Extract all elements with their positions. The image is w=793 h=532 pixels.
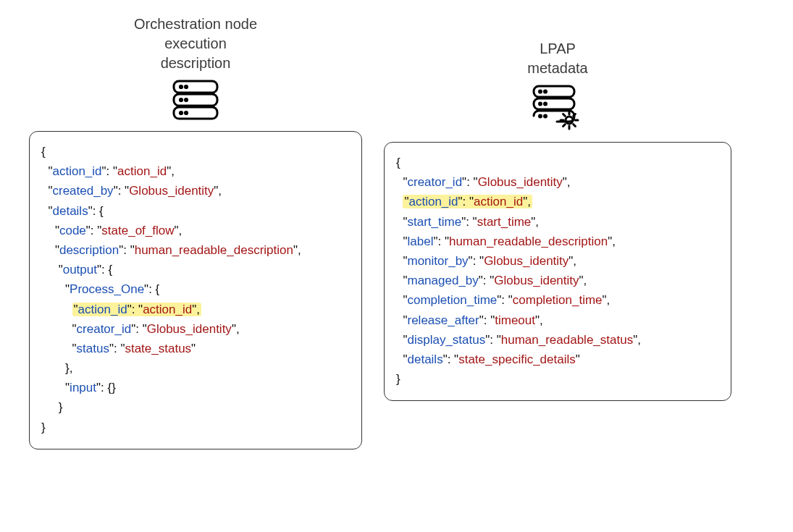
json-key: details	[53, 204, 88, 218]
title-line: execution	[164, 35, 227, 51]
lpap-title: LPAP metadata	[527, 39, 587, 78]
title-line: description	[161, 55, 231, 71]
json-key: Process_One	[70, 282, 144, 296]
json-value: timeout	[495, 313, 535, 327]
json-value: start_time	[477, 215, 532, 229]
json-key: output	[63, 263, 97, 276]
svg-point-8	[185, 111, 187, 114]
orchestration-panel: Orchestration node execution description	[29, 14, 362, 449]
svg-point-4	[185, 85, 187, 88]
json-key: action_id	[53, 164, 102, 178]
lpap-panel: LPAP metadata	[384, 14, 731, 401]
svg-point-12	[545, 90, 547, 93]
json-key: action_id	[409, 195, 458, 208]
json-value: Globus_identity	[494, 274, 579, 287]
json-key: monitor_by	[408, 254, 469, 268]
highlighted-action-id: "action_id": "action_id",	[403, 195, 532, 208]
svg-line-23	[574, 124, 576, 127]
svg-point-13	[540, 103, 542, 105]
json-value: state_status	[125, 342, 191, 355]
json-key: creator_id	[408, 175, 463, 189]
json-key: display_status	[408, 333, 486, 347]
json-value: Globus_identity	[484, 254, 568, 268]
svg-point-16	[545, 115, 547, 117]
json-key: status	[77, 342, 109, 355]
svg-point-11	[540, 90, 542, 93]
svg-point-14	[545, 103, 547, 105]
svg-line-22	[563, 114, 566, 117]
json-value: Globus_identity	[478, 175, 563, 189]
svg-point-6	[185, 98, 187, 101]
json-value: Globus_identity	[147, 322, 232, 336]
json-value: Globus_identity	[129, 184, 214, 198]
json-value: action_id	[143, 303, 192, 316]
svg-point-5	[180, 98, 182, 101]
lpap-json-box: { "creator_id": "Globus_identity", "acti…	[384, 142, 731, 401]
json-key: code	[59, 224, 86, 237]
highlighted-action-id: "action_id": "action_id",	[72, 303, 201, 316]
diagram-container: Orchestration node execution description	[29, 14, 764, 449]
server-icon	[172, 79, 219, 121]
title-line: LPAP	[540, 41, 576, 56]
json-key: action_id	[78, 303, 127, 316]
orchestration-title: Orchestration node execution description	[134, 14, 257, 73]
server-gear-icon	[532, 84, 584, 132]
svg-line-24	[563, 124, 566, 127]
json-key: release_after	[408, 313, 479, 327]
json-value: state_specific_details	[458, 352, 576, 366]
json-key: start_time	[408, 215, 462, 229]
json-key: description	[59, 243, 119, 257]
json-value: state_of_flow	[101, 224, 174, 237]
svg-point-15	[540, 115, 542, 117]
json-key: completion_time	[408, 293, 498, 307]
svg-point-3	[180, 85, 182, 88]
json-key: details	[408, 352, 443, 366]
json-value: human_readable_description	[135, 243, 293, 257]
json-value: human_readable_status	[501, 333, 633, 347]
title-line: metadata	[527, 60, 587, 76]
orchestration-json-box: { "action_id": "action_id", "created_by"…	[29, 131, 362, 449]
svg-line-25	[574, 114, 576, 117]
json-key: creator_id	[77, 322, 132, 336]
json-key: label	[408, 235, 434, 248]
json-value: action_id	[117, 164, 167, 178]
json-value: human_readable_description	[449, 235, 608, 248]
json-value: completion_time	[513, 293, 603, 307]
json-key: input	[70, 381, 96, 394]
svg-point-7	[180, 111, 182, 114]
json-key: created_by	[53, 184, 114, 198]
title-line: Orchestration node	[134, 16, 257, 32]
json-value: action_id	[474, 195, 523, 208]
json-key: managed_by	[408, 274, 479, 287]
svg-point-17	[566, 117, 573, 124]
